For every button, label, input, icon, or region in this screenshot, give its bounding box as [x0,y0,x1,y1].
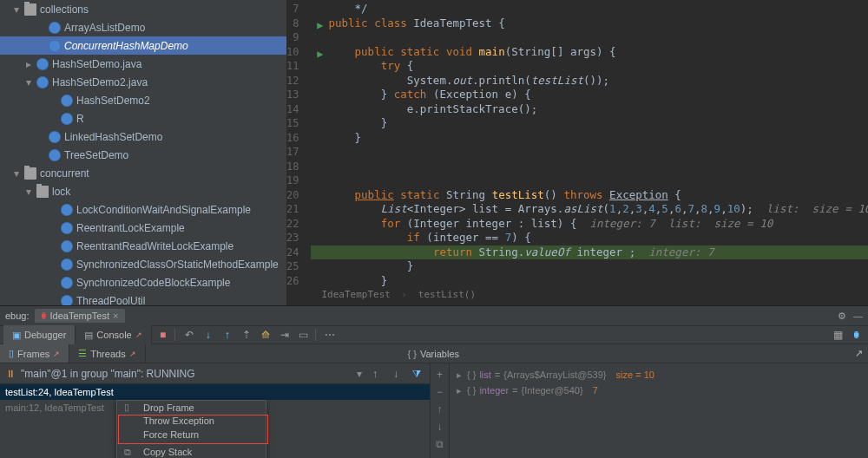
code-line[interactable] [311,173,868,188]
remove-watch-icon[interactable]: − [437,386,443,398]
code-line[interactable]: if (integer == 7) { [311,231,868,245]
editor-code-area[interactable]: */public class IdeaTempTest { public sta… [311,0,868,305]
menu-throw-exception[interactable]: Throw Exception [117,415,266,429]
tab-threads[interactable]: ☰Threads↗ [69,344,145,363]
code-line[interactable]: } [311,274,868,289]
class-icon [61,222,73,234]
up-icon[interactable]: ↑ [437,403,443,415]
tree-item[interactable]: SynchronizedClassOrStaticMethodExample [0,255,286,273]
stop-button[interactable]: ■ [155,327,171,343]
tree-item[interactable]: ConcurrentHashMapDemo [0,36,286,55]
tree-item[interactable]: ReentrantReadWriteLockExample [0,237,286,255]
tree-item[interactable]: HashSetDemo2 [0,91,286,109]
breadcrumb-item[interactable]: IdeaTempTest [321,289,390,300]
step-over-icon[interactable]: ↓ [201,327,216,343]
tree-item[interactable]: ArrayAsListDemo [0,18,286,36]
tree-item-label: concurrent [40,167,89,180]
expand-arrow-icon[interactable]: ▾ [12,3,21,16]
code-line[interactable]: } [311,116,868,131]
tab-console[interactable]: ▤Console↗ [76,325,151,344]
menu-force-return[interactable]: Force Return [117,428,266,442]
variable-row[interactable]: ▸{ }list = {Arrays$ArrayList@539} size =… [455,367,863,383]
link-out-icon: ↗ [53,350,60,358]
code-line[interactable]: } [311,131,868,146]
expand-arrow-icon[interactable]: ▾ [24,186,33,198]
code-line[interactable]: e.printStackTrace(); [311,102,868,117]
tab-debugger[interactable]: ▣Debugger [3,325,76,344]
code-line[interactable]: } catch (Exception e) { [311,88,868,102]
variable-row[interactable]: ▸{ }integer = {Integer@540} 7 [455,383,863,398]
tree-item-label: lock [52,186,70,198]
frame-context-menu[interactable]: ▯Drop Frame Throw Exception Force Return… [116,400,266,458]
tree-item[interactable]: ▾concurrent [0,164,286,182]
close-icon[interactable]: × [113,311,118,321]
menu-drop-frame[interactable]: ▯Drop Frame [117,401,266,415]
class-icon [61,240,73,252]
step-return-icon[interactable]: ↶ [181,327,197,343]
step-into-icon[interactable]: ↑ [220,327,235,343]
code-editor[interactable]: 78▶910▶11121314151617181920212223242526 … [286,0,868,305]
evaluate-icon[interactable]: ▭ [296,327,312,343]
next-frame-icon[interactable]: ↓ [388,366,404,382]
expand-arrow-icon[interactable]: ▸ [455,370,464,381]
code-line[interactable]: List<Integer> list = Arrays.asList(1,2,3… [311,202,868,217]
expand-icon[interactable]: ↗ [850,344,868,363]
down-icon[interactable]: ↓ [437,421,443,433]
layout-icon[interactable]: ▦ [830,327,845,343]
force-step-icon[interactable]: ⇡ [239,327,254,343]
code-line[interactable]: try { [311,59,868,74]
debug-run-tab[interactable]: ⧯ IdeaTempTest × [35,309,126,323]
folder-icon [24,167,36,180]
tree-item[interactable]: ▾collections [0,0,286,18]
code-line[interactable]: for (Integer integer : list) { integer: … [311,217,868,232]
chevron-down-icon[interactable]: ▾ [357,368,362,380]
code-line[interactable]: System.out.println(testList()); [311,74,868,88]
code-line[interactable]: public static void main(String[] args) { [311,45,868,60]
tree-item[interactable]: ReentrantLockExample [0,219,286,237]
expand-arrow-icon[interactable]: ▾ [12,167,21,180]
breadcrumb-item[interactable]: testList() [418,289,476,300]
minimize-icon[interactable]: — [853,311,863,321]
filter-icon[interactable]: ⧩ [409,366,424,382]
step-out-icon[interactable]: ⟰ [258,327,273,343]
code-line[interactable] [311,145,868,160]
prev-frame-icon[interactable]: ↑ [367,366,383,382]
tree-item[interactable]: ▾HashSetDemo2.java [0,73,286,91]
expand-arrow-icon[interactable]: ▾ [24,76,33,88]
tree-item-label: HashSetDemo2 [76,95,150,107]
code-line[interactable]: */ [311,2,868,16]
menu-copy-stack[interactable]: ⧉Copy Stack [117,446,266,459]
code-line[interactable]: } [311,259,868,274]
tree-item[interactable]: TreeSetDemo [0,146,286,164]
code-line[interactable] [311,30,868,45]
thread-selector[interactable]: ⏸ "main"@1 in group "main": RUNNING ▾ ↑ … [0,363,430,384]
copy-icon: ⧉ [124,447,136,458]
breadcrumb[interactable]: IdeaTempTest › testList() [321,288,476,303]
code-line[interactable]: return String.valueOf integer ; integer:… [311,245,868,260]
expand-arrow-icon[interactable]: ▸ [24,58,33,70]
class-icon [49,22,61,34]
tree-item[interactable]: LockConditionWaitAndSignalExample [0,200,286,219]
pin-icon[interactable]: ⧯ [849,327,865,343]
tree-item[interactable]: ▸HashSetDemo.java [0,55,286,73]
add-watch-icon[interactable]: + [437,369,443,381]
tree-item[interactable]: SynchronizedCodeBlockExample [0,273,286,291]
folder-icon [24,3,36,16]
copy-icon[interactable]: ⧉ [436,438,444,450]
variables-list[interactable]: ▸{ }list = {Arrays$ArrayList@539} size =… [450,363,868,458]
code-line[interactable]: public static String testList() throws E… [311,188,868,203]
class-icon [61,295,73,306]
tab-frames[interactable]: ▯Frames↗ [0,344,69,363]
tree-item[interactable]: ThreadPoolUtil [0,291,286,305]
tree-item[interactable]: LinkedHashSetDemo [0,128,286,146]
stack-frame-row[interactable]: testList:24, IdeaTempTest [0,384,430,400]
run-to-cursor-icon[interactable]: ⇥ [277,327,293,343]
tree-item-label: ConcurrentHashMapDemo [64,40,188,52]
tree-item[interactable]: R [0,109,286,128]
gear-icon[interactable]: ⚙ [838,311,846,322]
code-line[interactable] [311,160,868,174]
tree-item[interactable]: ▾lock [0,182,286,200]
more-icon[interactable]: ⋯ [322,327,338,343]
expand-arrow-icon[interactable]: ▸ [455,385,464,396]
code-line[interactable]: public class IdeaTempTest { [311,16,868,31]
